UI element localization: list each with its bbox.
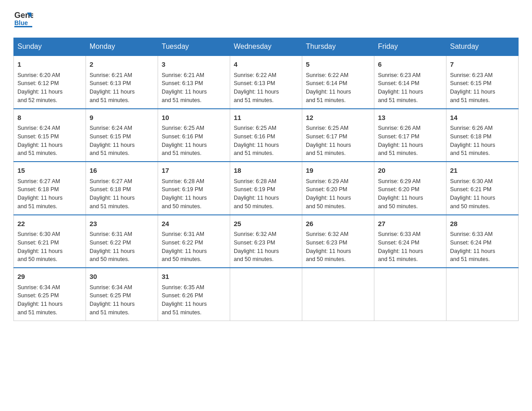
calendar-cell: 26Sunrise: 6:32 AMSunset: 6:23 PMDayligh… bbox=[302, 215, 374, 268]
day-number: 6 bbox=[378, 60, 442, 70]
calendar-cell: 23Sunrise: 6:31 AMSunset: 6:22 PMDayligh… bbox=[86, 215, 158, 268]
calendar-cell: 7Sunrise: 6:23 AMSunset: 6:15 PMDaylight… bbox=[446, 56, 519, 109]
col-header-saturday: Saturday bbox=[446, 38, 519, 56]
day-number: 5 bbox=[306, 60, 370, 70]
day-number: 30 bbox=[90, 272, 154, 282]
day-number: 31 bbox=[162, 272, 226, 282]
day-number: 20 bbox=[378, 166, 442, 176]
col-header-thursday: Thursday bbox=[302, 38, 374, 56]
week-row-4: 22Sunrise: 6:30 AMSunset: 6:21 PMDayligh… bbox=[14, 215, 519, 268]
day-number: 8 bbox=[17, 113, 82, 123]
day-number: 2 bbox=[90, 60, 154, 70]
calendar-cell bbox=[446, 268, 519, 321]
calendar-cell: 28Sunrise: 6:33 AMSunset: 6:24 PMDayligh… bbox=[446, 215, 519, 268]
day-number: 9 bbox=[90, 113, 154, 123]
col-header-wednesday: Wednesday bbox=[230, 38, 302, 56]
calendar-cell: 5Sunrise: 6:22 AMSunset: 6:14 PMDaylight… bbox=[302, 56, 374, 109]
col-header-tuesday: Tuesday bbox=[158, 38, 230, 56]
header-row: SundayMondayTuesdayWednesdayThursdayFrid… bbox=[14, 38, 519, 56]
logo: General Blue bbox=[13, 9, 33, 29]
calendar-cell: 4Sunrise: 6:22 AMSunset: 6:13 PMDaylight… bbox=[230, 56, 302, 109]
day-number: 1 bbox=[17, 60, 82, 70]
calendar-cell: 11Sunrise: 6:25 AMSunset: 6:16 PMDayligh… bbox=[230, 109, 302, 162]
calendar-cell: 21Sunrise: 6:30 AMSunset: 6:21 PMDayligh… bbox=[446, 162, 519, 215]
calendar-cell: 25Sunrise: 6:32 AMSunset: 6:23 PMDayligh… bbox=[230, 215, 302, 268]
calendar-cell bbox=[302, 268, 374, 321]
day-number: 13 bbox=[378, 113, 442, 123]
calendar-cell: 31Sunrise: 6:35 AMSunset: 6:26 PMDayligh… bbox=[158, 268, 230, 321]
calendar-cell bbox=[374, 268, 446, 321]
col-header-sunday: Sunday bbox=[14, 38, 86, 56]
day-number: 25 bbox=[234, 219, 298, 229]
day-number: 22 bbox=[17, 219, 82, 229]
day-number: 12 bbox=[306, 113, 370, 123]
calendar-cell: 6Sunrise: 6:23 AMSunset: 6:14 PMDaylight… bbox=[374, 56, 446, 109]
calendar-cell: 3Sunrise: 6:21 AMSunset: 6:13 PMDaylight… bbox=[158, 56, 230, 109]
col-header-monday: Monday bbox=[86, 38, 158, 56]
calendar-cell: 12Sunrise: 6:25 AMSunset: 6:17 PMDayligh… bbox=[302, 109, 374, 162]
calendar-cell: 19Sunrise: 6:29 AMSunset: 6:20 PMDayligh… bbox=[302, 162, 374, 215]
day-number: 4 bbox=[234, 60, 298, 70]
page-header: General Blue bbox=[13, 9, 519, 29]
week-row-3: 15Sunrise: 6:27 AMSunset: 6:18 PMDayligh… bbox=[14, 162, 519, 215]
calendar-cell bbox=[230, 268, 302, 321]
calendar-cell: 20Sunrise: 6:29 AMSunset: 6:20 PMDayligh… bbox=[374, 162, 446, 215]
calendar-cell: 27Sunrise: 6:33 AMSunset: 6:24 PMDayligh… bbox=[374, 215, 446, 268]
day-number: 14 bbox=[450, 113, 515, 123]
day-number: 27 bbox=[378, 219, 442, 229]
calendar-table: SundayMondayTuesdayWednesdayThursdayFrid… bbox=[13, 38, 519, 321]
day-number: 29 bbox=[17, 272, 82, 282]
day-number: 19 bbox=[306, 166, 370, 176]
day-number: 3 bbox=[162, 60, 226, 70]
calendar-cell: 15Sunrise: 6:27 AMSunset: 6:18 PMDayligh… bbox=[14, 162, 86, 215]
day-number: 10 bbox=[162, 113, 226, 123]
calendar-cell: 14Sunrise: 6:26 AMSunset: 6:18 PMDayligh… bbox=[446, 109, 519, 162]
calendar-cell: 2Sunrise: 6:21 AMSunset: 6:13 PMDaylight… bbox=[86, 56, 158, 109]
svg-text:Blue: Blue bbox=[14, 19, 28, 26]
day-number: 15 bbox=[17, 166, 82, 176]
logo-icon: General Blue bbox=[13, 9, 33, 29]
calendar-cell: 8Sunrise: 6:24 AMSunset: 6:15 PMDaylight… bbox=[14, 109, 86, 162]
calendar-cell: 13Sunrise: 6:26 AMSunset: 6:17 PMDayligh… bbox=[374, 109, 446, 162]
calendar-cell: 18Sunrise: 6:28 AMSunset: 6:19 PMDayligh… bbox=[230, 162, 302, 215]
calendar-cell: 30Sunrise: 6:34 AMSunset: 6:25 PMDayligh… bbox=[86, 268, 158, 321]
svg-rect-3 bbox=[14, 26, 32, 27]
calendar-cell: 24Sunrise: 6:31 AMSunset: 6:22 PMDayligh… bbox=[158, 215, 230, 268]
calendar-cell: 17Sunrise: 6:28 AMSunset: 6:19 PMDayligh… bbox=[158, 162, 230, 215]
day-number: 17 bbox=[162, 166, 226, 176]
calendar-cell: 10Sunrise: 6:25 AMSunset: 6:16 PMDayligh… bbox=[158, 109, 230, 162]
day-number: 24 bbox=[162, 219, 226, 229]
day-number: 28 bbox=[450, 219, 515, 229]
week-row-1: 1Sunrise: 6:20 AMSunset: 6:12 PMDaylight… bbox=[14, 56, 519, 109]
day-number: 26 bbox=[306, 219, 370, 229]
col-header-friday: Friday bbox=[374, 38, 446, 56]
day-number: 21 bbox=[450, 166, 515, 176]
calendar-cell: 16Sunrise: 6:27 AMSunset: 6:18 PMDayligh… bbox=[86, 162, 158, 215]
day-number: 16 bbox=[90, 166, 154, 176]
week-row-5: 29Sunrise: 6:34 AMSunset: 6:25 PMDayligh… bbox=[14, 268, 519, 321]
week-row-2: 8Sunrise: 6:24 AMSunset: 6:15 PMDaylight… bbox=[14, 109, 519, 162]
calendar-cell: 22Sunrise: 6:30 AMSunset: 6:21 PMDayligh… bbox=[14, 215, 86, 268]
day-number: 18 bbox=[234, 166, 298, 176]
day-number: 11 bbox=[234, 113, 298, 123]
calendar-cell: 29Sunrise: 6:34 AMSunset: 6:25 PMDayligh… bbox=[14, 268, 86, 321]
day-number: 7 bbox=[450, 60, 515, 70]
calendar-cell: 9Sunrise: 6:24 AMSunset: 6:15 PMDaylight… bbox=[86, 109, 158, 162]
day-number: 23 bbox=[90, 219, 154, 229]
calendar-cell: 1Sunrise: 6:20 AMSunset: 6:12 PMDaylight… bbox=[14, 56, 86, 109]
